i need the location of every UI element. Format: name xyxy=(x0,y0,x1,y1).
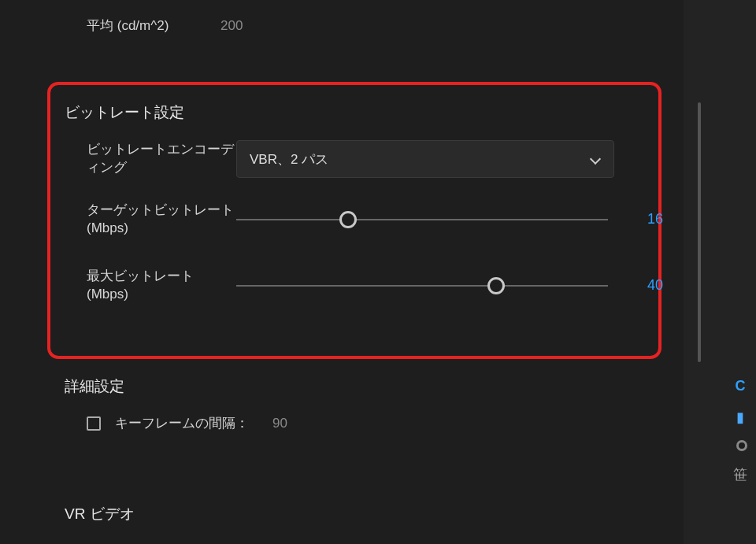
max-bitrate-label: 最大ビットレート (Mbps) xyxy=(87,268,236,304)
side-icon-1[interactable]: C xyxy=(736,378,746,394)
average-luminance-row: 平均 (cd/m^2) 200 xyxy=(87,17,654,35)
keyframe-interval-label: キーフレームの間隔： xyxy=(115,414,249,432)
target-bitrate-value[interactable]: 16 xyxy=(632,211,663,228)
keyframe-interval-value[interactable]: 90 xyxy=(272,416,287,431)
target-bitrate-label: ターゲットビットレート (Mbps) xyxy=(87,202,236,238)
side-icon-4[interactable]: 笹 xyxy=(733,465,747,484)
max-bitrate-slider[interactable] xyxy=(236,276,608,295)
export-settings-panel: 平均 (cd/m^2) 200 ビットレート設定 ビットレートエンコーディング … xyxy=(0,0,684,544)
bitrate-encoding-row: ビットレートエンコーディング VBR、2 パス xyxy=(87,140,663,178)
scrollbar[interactable] xyxy=(698,102,701,362)
target-bitrate-slider-thumb[interactable] xyxy=(339,211,357,228)
keyframe-interval-row: キーフレームの間隔： 90 xyxy=(65,414,663,432)
bitrate-encoding-selected: VBR、2 パス xyxy=(250,150,328,168)
vr-section-title: VR ビデオ xyxy=(65,504,663,524)
max-bitrate-slider-thumb[interactable] xyxy=(487,277,505,294)
target-bitrate-row: ターゲットビットレート (Mbps) 16 xyxy=(87,202,663,238)
average-luminance-label: 平均 (cd/m^2) xyxy=(87,17,220,35)
chevron-down-icon xyxy=(590,154,601,165)
bitrate-encoding-dropdown[interactable]: VBR、2 パス xyxy=(236,140,614,178)
max-bitrate-value[interactable]: 40 xyxy=(632,277,663,294)
max-bitrate-row: 最大ビットレート (Mbps) 40 xyxy=(87,268,663,304)
advanced-section-title: 詳細設定 xyxy=(65,376,663,397)
circle-icon[interactable] xyxy=(736,440,747,451)
bitrate-section-title: ビットレート設定 xyxy=(65,102,663,123)
average-luminance-value[interactable]: 200 xyxy=(220,18,243,34)
bitrate-settings-section: ビットレート設定 ビットレートエンコーディング VBR、2 パス ターゲットビッ… xyxy=(65,102,663,334)
bookmark-icon[interactable]: ▮ xyxy=(736,409,744,426)
target-bitrate-slider[interactable] xyxy=(236,210,608,229)
vr-video-section: VR ビデオ xyxy=(65,504,663,542)
advanced-settings-section: 詳細設定 キーフレームの間隔： 90 xyxy=(65,376,663,432)
keyframe-interval-checkbox[interactable] xyxy=(87,416,101,431)
bitrate-encoding-label: ビットレートエンコーディング xyxy=(87,141,236,177)
right-icon-strip: C ▮ 笹 xyxy=(724,378,756,484)
